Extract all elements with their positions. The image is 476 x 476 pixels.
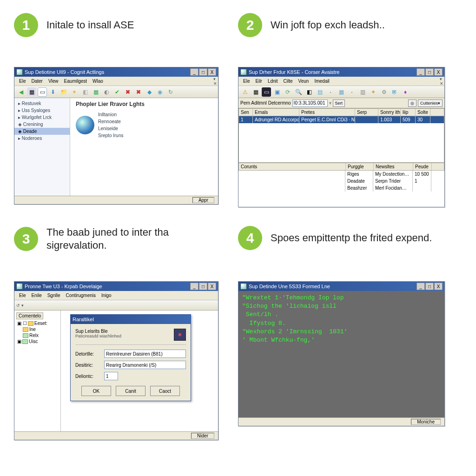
menu-item[interactable]: Cilte — [281, 79, 296, 84]
menu-item[interactable]: Veun — [296, 79, 312, 84]
menu-item[interactable]: Eilr — [252, 79, 264, 84]
filter-label: Detcermno — [268, 100, 291, 106]
toolbar-icon[interactable]: ✦ — [369, 87, 378, 97]
link-item[interactable]: Inlltanion — [98, 111, 123, 118]
sidebar-item[interactable]: ▸ Wurlgofet Lrck — [14, 114, 70, 121]
toolbar-icon[interactable]: ▦ — [91, 87, 100, 97]
menu-item[interactable]: Sgnlle — [45, 293, 63, 298]
maximize-button[interactable]: □ — [425, 68, 434, 76]
folder-icon[interactable]: 📁 — [59, 87, 68, 97]
cancel-button[interactable]: Caoct — [150, 386, 180, 396]
warning-icon[interactable]: ⚠ — [240, 87, 250, 97]
menu-item[interactable]: Eaumilgest — [61, 79, 90, 84]
menu-item[interactable]: Ele — [16, 79, 28, 84]
close-button[interactable]: X — [208, 68, 216, 76]
minimize-button[interactable]: _ — [416, 283, 425, 290]
refresh-icon[interactable]: ↻ — [166, 87, 175, 97]
text-input[interactable] — [104, 350, 186, 358]
text-input[interactable] — [104, 361, 186, 369]
table-row-selected[interactable]: 1Adrungel RD Accorponletri-imPenget E.C.… — [239, 116, 444, 123]
toolbar-icon[interactable]: ▤ — [315, 87, 324, 97]
tree-node[interactable]: Ine — [16, 326, 59, 332]
toolbar-icon[interactable]: · — [326, 87, 335, 97]
menu-item[interactable]: Ldnit — [265, 79, 281, 84]
down-icon[interactable]: ⬇ — [48, 87, 58, 97]
menu-item[interactable]: Inigo — [99, 293, 114, 298]
menu-item[interactable]: Vlew — [46, 79, 61, 84]
toolbar-icon[interactable]: ▥ — [358, 87, 367, 97]
tree-node[interactable]: ▣ Uisc — [16, 338, 59, 344]
toolbar-icon[interactable]: ⟳ — [283, 87, 292, 97]
maximize-button[interactable]: □ — [199, 68, 207, 76]
toolbar-icon[interactable]: ▦ — [337, 87, 346, 97]
toolbar-icon[interactable]: ♦ — [401, 87, 410, 97]
menu-item[interactable]: Imedail — [311, 79, 332, 84]
menu-item[interactable]: Ele — [16, 293, 28, 298]
tree-node[interactable]: ▣ ☐ Eeset: — [16, 320, 59, 326]
menu-item[interactable]: Dater — [28, 79, 45, 84]
filter-button[interactable]: Sert — [333, 99, 345, 107]
menu-item[interactable]: Enile — [28, 293, 44, 298]
delete-icon[interactable]: ✖ — [134, 87, 143, 97]
table-cell: 509 — [401, 116, 416, 123]
back-icon[interactable]: ◀ — [16, 87, 26, 97]
search-icon[interactable]: 🔍 — [294, 87, 303, 97]
toolbar-icon[interactable]: ▦ — [251, 87, 260, 97]
maximize-button[interactable]: □ — [199, 283, 207, 290]
tree-node[interactable]: Relx — [16, 332, 59, 338]
table-cell: liip — [401, 109, 416, 116]
titlebar[interactable]: Sup Detinde Une 5S33 Formed Lne _ □ X — [238, 282, 444, 291]
table-cell: Penget E.C.Dnnl CDi3 · Nerce — [299, 116, 355, 123]
close-button[interactable]: X — [208, 283, 216, 290]
toolbar-icon[interactable]: ◐ — [102, 87, 111, 97]
sidebar-item[interactable]: ◈ Crenining — [14, 121, 70, 128]
link-item[interactable]: Rennoeate — [98, 118, 123, 125]
menu-item[interactable]: Ele — [240, 79, 252, 84]
toolbar-button[interactable]: ◎ — [408, 99, 416, 107]
toolbar-icon[interactable]: · — [347, 87, 357, 97]
monitor-icon[interactable]: ▭ — [262, 87, 271, 97]
menu-overflow-icon[interactable]: ▾ ✕ — [437, 77, 443, 86]
titlebar[interactable]: Sup Drher Frdur K8SE - Corser Avaistre _… — [238, 67, 444, 77]
terminal-output[interactable]: "Wrextet 1·'Tehmondg Iop lop "Sichog the… — [238, 291, 444, 417]
categories-button[interactable]: Cuttenies ▾ — [418, 99, 443, 107]
toolbar-icon[interactable]: ▦ — [27, 87, 36, 97]
toolbar-icon[interactable]: ◧ — [304, 87, 314, 97]
maximize-button[interactable]: □ — [425, 283, 434, 290]
image-icon[interactable]: ▣ — [272, 87, 282, 97]
filter-input[interactable] — [292, 99, 328, 107]
sidebar-item-selected[interactable]: ◈ Deade — [14, 128, 70, 135]
table-row[interactable]: DeadateSerpn Trider1 — [238, 178, 444, 185]
delete-icon[interactable]: ✖ — [123, 87, 132, 97]
ok-button[interactable]: OK — [81, 386, 111, 396]
close-button[interactable]: X — [434, 68, 443, 76]
table-row[interactable]: RigesMy Dostectlon…10 500 — [238, 171, 444, 178]
toolbar-icon[interactable]: ◧ — [80, 87, 90, 97]
toolbar-icon[interactable]: ◆ — [145, 87, 154, 97]
titlebar[interactable]: Pronne Twe U3 - Krpab Develaige _ □ X — [14, 282, 218, 291]
menu-overflow-icon[interactable]: ▾ ✕ — [211, 77, 216, 86]
minimize-button[interactable]: _ — [190, 68, 198, 76]
toolbar-icon[interactable]: ✴ — [70, 87, 79, 97]
sidebar-item[interactable]: ▸ Noderoes — [14, 135, 70, 142]
cancel-button[interactable]: Canit — [116, 386, 145, 396]
titlebar[interactable]: Sup Detiotine UlI9 - Cognit Actlings _ □… — [14, 67, 218, 77]
link-item[interactable]: Srepto Iruns — [98, 132, 123, 139]
dialog-titlebar[interactable]: Raraltikel — [71, 315, 191, 324]
document-icon[interactable]: ▭ — [38, 87, 47, 97]
text-input[interactable] — [104, 372, 118, 380]
close-button[interactable]: X — [434, 283, 443, 290]
table-row[interactable]: BeashzerMerl Focidan… — [238, 185, 444, 192]
folder-icon — [22, 339, 28, 344]
shield-icon[interactable]: ⛨ — [390, 87, 399, 97]
minimize-button[interactable]: _ — [416, 68, 425, 76]
menu-item[interactable]: Contirugmenis — [63, 293, 99, 298]
globe-icon[interactable]: ◉ — [155, 87, 165, 97]
check-icon[interactable]: ✔ — [112, 87, 122, 97]
minimize-button[interactable]: _ — [190, 283, 198, 290]
menu-item[interactable]: Wlao — [90, 79, 106, 84]
toolbar-icon[interactable]: ⚙ — [379, 87, 389, 97]
sidebar-item[interactable]: ▸ Restuvek — [14, 100, 70, 107]
sidebar-item[interactable]: ▸ Uss Syaloges — [14, 107, 70, 114]
link-item[interactable]: Leniseide — [98, 125, 123, 132]
